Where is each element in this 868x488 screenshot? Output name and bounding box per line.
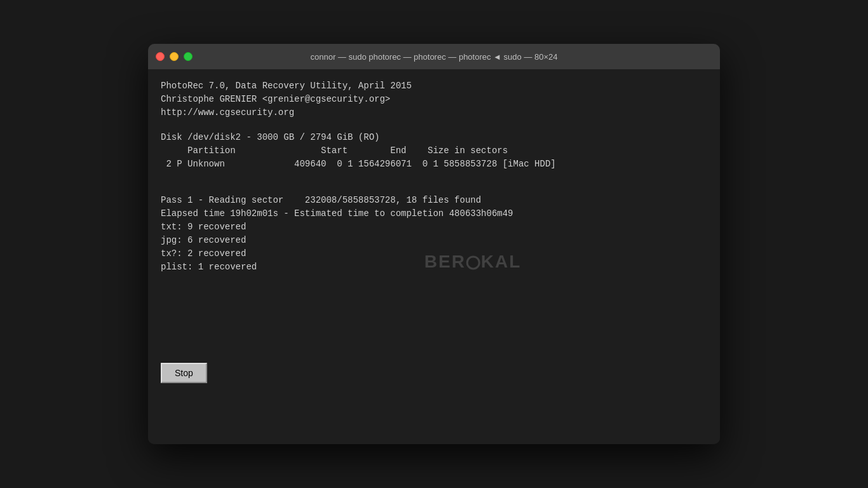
- terminal-line-10: Pass 1 - Reading sector 232008/585885372…: [161, 194, 707, 207]
- terminal-line-1: PhotoRec 7.0, Data Recovery Utility, Apr…: [161, 79, 707, 93]
- terminal-line-6: Partition Start End Size in sectors: [161, 144, 707, 158]
- terminal-line-15: plist: 1 recovered: [161, 261, 707, 274]
- terminal-line-12: txt: 9 recovered: [161, 220, 707, 234]
- terminal-line-13: jpg: 6 recovered: [161, 234, 707, 247]
- close-button[interactable]: [156, 52, 165, 61]
- terminal-line-5: Disk /dev/disk2 - 3000 GB / 2794 GiB (RO…: [161, 131, 707, 144]
- terminal-line-14: tx?: 2 recovered: [161, 247, 707, 261]
- spacer-2: [161, 171, 707, 182]
- maximize-button[interactable]: [184, 52, 193, 61]
- spacer-3: [161, 182, 707, 194]
- titlebar: connor — sudo photorec — photorec — phot…: [148, 44, 720, 69]
- terminal-line-2: Christophe GRENIER <grenier@cgsecurity.o…: [161, 93, 707, 106]
- terminal-body: PhotoRec 7.0, Data Recovery Utility, Apr…: [148, 69, 720, 444]
- window-title: connor — sudo photorec — photorec — phot…: [310, 52, 557, 62]
- minimize-button[interactable]: [170, 52, 179, 61]
- stop-button-container: Stop: [161, 274, 707, 383]
- terminal-window: connor — sudo photorec — photorec — phot…: [148, 44, 720, 444]
- stop-button[interactable]: Stop: [161, 363, 207, 383]
- terminal-line-11: Elapsed time 19h02m01s - Estimated time …: [161, 207, 707, 220]
- terminal-line-7: 2 P Unknown 409640 0 1 1564296071 0 1 58…: [161, 158, 707, 171]
- spacer-1: [161, 119, 707, 131]
- terminal-line-3: http://www.cgsecurity.org: [161, 106, 707, 119]
